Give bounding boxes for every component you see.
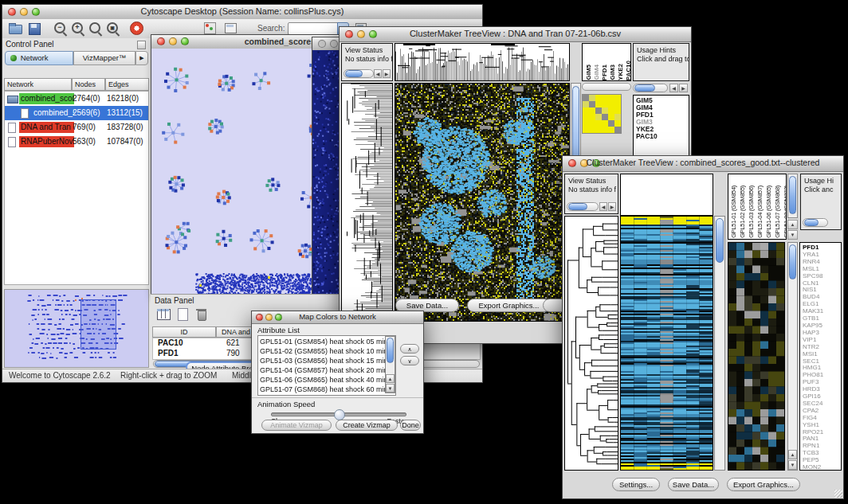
table-row[interactable]: DNA and Tran 07769(0)183728(0) (5, 120, 148, 135)
export-graphics-button[interactable]: Export Graphics... (467, 299, 551, 312)
network-overview-panel (4, 289, 149, 368)
column-header-nodes[interactable]: Nodes (72, 78, 105, 91)
column-header-id[interactable]: ID (152, 326, 216, 338)
view-status-hscroll-thumb[interactable] (568, 203, 587, 210)
attribute-item[interactable]: GPL51-01 (GSM854) heat shock 05 min (260, 337, 384, 346)
attribute-item[interactable]: GPL51-06 (GSM865) heat shock 40 min (260, 375, 384, 385)
view-status-title: View Status (568, 177, 618, 185)
scroll-right-arrow[interactable]: ▶ (608, 202, 616, 211)
create-vizmap-label: Create Vizmap (343, 421, 390, 429)
attribute-select-icon[interactable] (156, 307, 171, 322)
minimize-button[interactable] (330, 40, 338, 48)
column-label: GPL51-01 (GSM854) (730, 186, 737, 238)
scroll-left-arrow[interactable]: ◀ (599, 202, 607, 211)
save-session-icon[interactable] (27, 21, 42, 36)
scroll-down-arrow[interactable]: ▼ (787, 230, 798, 240)
column-label: PFD1 (601, 64, 608, 80)
table-row[interactable]: combined_scores2764(0)16218(0) (5, 92, 148, 106)
scroll-down-arrow[interactable]: ▼ (788, 460, 797, 470)
nodes-count: 563(0) (73, 137, 96, 146)
scroll-right-arrow[interactable]: ▶ (383, 69, 391, 78)
animation-speed-slider[interactable] (271, 412, 406, 416)
treeview2-heatmap[interactable] (620, 216, 713, 471)
float-panel-icon[interactable] (137, 41, 146, 49)
attribute-item[interactable]: GPL51-03 (GSM856) heat shock 15 min (260, 356, 384, 365)
treeview2-genelist-vscroll-thumb[interactable] (789, 244, 796, 279)
attribute-list-vscroll-thumb[interactable] (387, 338, 394, 363)
column-header-edges[interactable]: Edges (105, 78, 149, 91)
move-attribute-up-button[interactable]: ∧ (400, 344, 419, 354)
treeview2-heatmap-vscroll-thumb[interactable] (716, 218, 724, 263)
scroll-up-arrow[interactable]: ▲ (787, 220, 798, 229)
tab-overflow-button[interactable]: ▶ (135, 51, 148, 65)
treeview2-window: ClusterMaker TreeView : combined_scores_… (562, 155, 844, 499)
treeview2-labels-vscrollbar (787, 174, 798, 218)
search-input[interactable] (288, 22, 339, 35)
export-graphics-button[interactable]: Export Graphics... (727, 478, 800, 491)
view-status-hscroll-thumb[interactable] (345, 70, 363, 77)
help-lifesaver-icon[interactable] (129, 21, 144, 36)
scroll-left-arrow[interactable]: ◀ (669, 84, 678, 92)
file-icon (21, 108, 29, 119)
scroll-left-arrow[interactable]: ◀ (374, 69, 382, 78)
scroll-right-arrow[interactable]: ▶ (679, 84, 688, 92)
main-titlebar[interactable]: Cytoscape Desktop (Session Name: collins… (2, 5, 482, 20)
gene-label[interactable]: PAC10 (636, 133, 689, 140)
attribute-item[interactable]: GPL51-04 (GSM857) heat shock 20 min (260, 365, 384, 375)
zoom-in-icon[interactable]: + (70, 21, 85, 36)
scroll-down-arrow[interactable]: ▼ (386, 384, 395, 393)
treeview1-heatmap[interactable] (395, 83, 570, 322)
treeview1-minimap[interactable] (582, 94, 622, 134)
usage-hints-title: Usage Hi (804, 177, 841, 185)
tab-vizmapper[interactable]: VizMapper™ (73, 51, 135, 65)
create-attribute-icon[interactable] (175, 307, 190, 322)
delete-attribute-icon[interactable] (194, 307, 210, 322)
attribute-item[interactable]: GPL51-02 (GSM855) heat shock 10 min (260, 346, 384, 356)
attribute-items[interactable]: GPL51-01 (GSM854) heat shock 05 minGPL51… (260, 337, 384, 394)
settings-button[interactable]: Settings... (612, 478, 660, 491)
column-label: GPL51-03 (GSM856) (748, 186, 755, 238)
save-data-button[interactable]: Save Data... (668, 478, 719, 491)
treeview2-row-dendrogram[interactable] (564, 216, 618, 471)
table-row[interactable]: RNAPuberNov2+I563(0)107847(0) (5, 135, 148, 149)
treeview1-column-dendrogram[interactable] (395, 43, 570, 81)
scroll-up-arrow[interactable]: ▲ (386, 374, 395, 383)
table-row[interactable]: combined_sco2569(6)13112(15) (5, 106, 148, 120)
treeview2-gene-list[interactable]: PFD1YRA1RNR4MSL1SPC98CLN1NIS1BUD4ELG1MAK… (799, 242, 842, 471)
attribute-item[interactable]: GPL51-07 (GSM868) heat shock 60 min (260, 385, 384, 394)
animate-vizmap-button[interactable]: Animate Vizmap (261, 420, 332, 431)
resize-grip[interactable] (834, 490, 842, 498)
treeview2-view-status-panel: View Status No status info f ◀ ▶ (564, 174, 618, 214)
treeview2-labels-vscroll-thumb[interactable] (789, 176, 796, 214)
treeview1-titlebar[interactable]: ClusterMaker TreeView : DNA and Tran 07-… (340, 27, 691, 42)
treeview1-row-dendrogram[interactable] (341, 83, 393, 322)
close-button[interactable] (318, 40, 326, 48)
treeview2-usage-hscroll-thumb[interactable] (804, 219, 819, 226)
column-label: GIM3 (609, 64, 616, 80)
status-welcome: Welcome to Cytoscape 2.6.2 (9, 371, 111, 380)
network-name: RNAPuberNov2+I (19, 136, 74, 147)
tab-network[interactable]: Network (5, 51, 73, 65)
treeview2-usage-hints-panel: Usage Hi Click anc (800, 174, 842, 230)
treeview2-titlebar[interactable]: ClusterMaker TreeView : combined_scores_… (563, 156, 843, 172)
dialog-titlebar[interactable]: Map Colors to Network (252, 311, 423, 324)
open-session-icon[interactable] (8, 21, 23, 36)
zoom-selected-icon[interactable] (88, 21, 103, 36)
create-vizmap-button[interactable]: Create Vizmap (336, 420, 398, 431)
control-panel-title: Control Panel (6, 40, 54, 49)
column-label: GPL51-07 (GSM868) (774, 186, 781, 238)
zoom-fit-icon[interactable]: ▣ (105, 21, 120, 36)
treeview1-gene-list[interactable]: GIM5GIM4PFD1GIM3YKE2PAC10 (633, 95, 689, 162)
treeview2-subheatmap[interactable] (728, 242, 785, 471)
network-overview-canvas[interactable] (5, 290, 148, 365)
slider-thumb[interactable] (334, 409, 345, 420)
zoom-out-icon[interactable]: − (53, 21, 68, 36)
column-header-network[interactable]: Network (4, 78, 72, 91)
scroll-up-arrow[interactable]: ▲ (788, 450, 797, 459)
move-attribute-down-button[interactable]: ∨ (400, 356, 419, 365)
done-button[interactable]: Done (400, 420, 421, 431)
treeview1-usage-hscroll-thumb[interactable] (634, 84, 655, 92)
edges-count: 183728(0) (107, 123, 143, 131)
treeview2-column-dendrogram[interactable] (620, 174, 713, 216)
gene-label[interactable]: MON2 (803, 464, 841, 471)
